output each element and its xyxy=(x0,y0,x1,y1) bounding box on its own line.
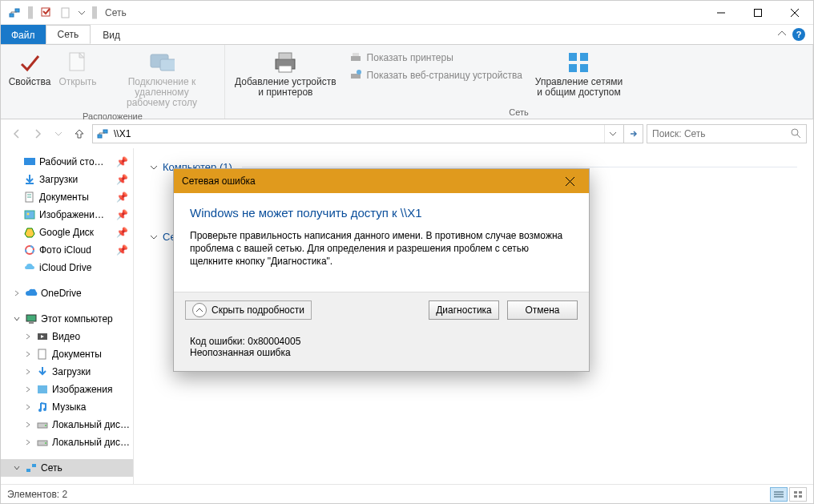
ribbon-open-button: Открыть xyxy=(54,46,102,87)
chevron-right-icon[interactable] xyxy=(23,437,33,447)
address-bar[interactable] xyxy=(92,124,643,143)
chevron-right-icon[interactable] xyxy=(23,332,33,341)
tree-network[interactable]: Сеть xyxy=(1,459,133,477)
minimize-button[interactable] xyxy=(703,1,739,25)
tree-localdisk2[interactable]: Локальный дис… xyxy=(1,433,133,451)
dialog-heading: Windows не может получить доступ к \\X1 xyxy=(190,206,573,220)
svg-rect-21 xyxy=(580,64,588,72)
tree-downloads2[interactable]: Загрузки xyxy=(1,363,133,381)
close-button[interactable] xyxy=(776,1,813,25)
svg-rect-40 xyxy=(38,349,46,359)
nav-history-button[interactable] xyxy=(49,124,68,143)
disk-icon xyxy=(36,436,49,449)
nav-up-button[interactable] xyxy=(70,124,89,143)
titlebar: Сеть xyxy=(1,1,813,25)
tree-onedrive[interactable]: OneDrive xyxy=(1,284,133,302)
svg-rect-22 xyxy=(98,135,102,138)
chevron-right-icon[interactable] xyxy=(12,288,22,298)
ribbon-manage-networks-button[interactable]: Управление сетями и общим доступом xyxy=(530,46,627,98)
tree-documents[interactable]: Документы📌 xyxy=(1,188,133,206)
tree-icloud-drive[interactable]: iCloud Drive xyxy=(1,259,133,276)
tree-gdrive[interactable]: Google Диск📌 xyxy=(1,224,133,241)
chevron-right-icon[interactable] xyxy=(23,402,33,412)
videos-icon xyxy=(36,330,49,343)
nav-back-button[interactable] xyxy=(7,124,26,143)
tree-pictures2[interactable]: Изображения xyxy=(1,381,133,398)
dialog-diagnose-button[interactable]: Диагностика xyxy=(429,300,499,320)
chevron-down-icon[interactable] xyxy=(150,233,158,241)
onedrive-icon xyxy=(25,287,38,300)
ribbon-show-webpage-button: Показать веб-страницу устройства xyxy=(348,67,524,83)
search-input[interactable] xyxy=(651,127,790,140)
tab-file[interactable]: Файл xyxy=(1,25,46,44)
network-share-icon xyxy=(566,50,591,75)
tree-documents2[interactable]: Документы xyxy=(1,345,133,363)
tree-videos[interactable]: Видео xyxy=(1,328,133,345)
help-icon[interactable]: ? xyxy=(792,28,805,41)
dialog-details-panel: Код ошибки: 0x80004005 Неопознанная ошиб… xyxy=(174,328,589,371)
qat-properties-icon[interactable] xyxy=(38,4,55,22)
svg-rect-18 xyxy=(569,53,577,61)
address-input[interactable] xyxy=(112,126,601,142)
nav-forward-button[interactable] xyxy=(28,124,47,143)
tree-desktop[interactable]: Рабочий сто…📌 xyxy=(1,153,133,171)
qat-dropdown-icon[interactable] xyxy=(76,4,87,22)
qat-network-icon[interactable] xyxy=(6,4,23,22)
icloud-drive-icon xyxy=(23,261,36,274)
tree-localdisk1[interactable]: Локальный дис… xyxy=(1,416,133,433)
dialog-cancel-button[interactable]: Отмена xyxy=(507,300,578,320)
search-icon[interactable] xyxy=(790,127,803,140)
svg-point-26 xyxy=(792,129,798,135)
pin-icon: 📌 xyxy=(116,227,128,238)
view-icons-button[interactable] xyxy=(789,487,807,502)
tree-icloud-photo[interactable]: Фото iCloud📌 xyxy=(1,241,133,259)
chevron-down-icon[interactable] xyxy=(150,163,158,171)
svg-rect-54 xyxy=(799,491,802,494)
chevron-down-icon[interactable] xyxy=(12,314,22,324)
chevron-right-icon[interactable] xyxy=(23,349,33,359)
dialog-close-button[interactable] xyxy=(558,170,581,192)
status-item-count: Элементов: 2 xyxy=(7,489,67,500)
status-bar: Элементов: 2 xyxy=(1,484,813,503)
tree-this-pc[interactable]: Этот компьютер xyxy=(1,310,133,328)
maximize-button[interactable] xyxy=(739,1,776,25)
checkmark-icon xyxy=(17,50,42,75)
dialog-toggle-details-button[interactable]: Скрыть подробности xyxy=(185,300,312,320)
icloud-photo-icon xyxy=(23,244,36,256)
tab-network[interactable]: Сеть xyxy=(46,25,91,44)
tab-view[interactable]: Вид xyxy=(91,25,132,44)
chevron-right-icon[interactable] xyxy=(23,420,33,429)
ribbon-properties-button[interactable]: Свойства xyxy=(6,46,54,87)
svg-point-47 xyxy=(45,442,46,444)
svg-rect-0 xyxy=(10,14,14,17)
ribbon-add-devices-button[interactable]: Добавление устройств и принтеров xyxy=(230,46,341,98)
address-network-icon xyxy=(96,127,109,140)
chevron-down-icon[interactable] xyxy=(12,463,22,473)
dialog-error-text: Неопознанная ошибка xyxy=(190,347,573,358)
address-dropdown-button[interactable] xyxy=(604,125,620,143)
svg-rect-23 xyxy=(103,130,107,133)
chevron-right-icon[interactable] xyxy=(23,385,33,394)
tree-pictures[interactable]: Изображени…📌 xyxy=(1,206,133,224)
svg-rect-15 xyxy=(353,53,359,56)
chevron-right-icon[interactable] xyxy=(23,367,33,377)
pin-icon: 📌 xyxy=(116,209,128,220)
tree-music[interactable]: Музыка xyxy=(1,398,133,416)
ribbon-tabs: Файл Сеть Вид ? xyxy=(1,25,813,44)
address-go-button[interactable] xyxy=(623,125,643,143)
view-details-button[interactable] xyxy=(770,487,788,502)
svg-rect-28 xyxy=(24,158,35,165)
dialog-titlebar[interactable]: Сетевая ошибка xyxy=(174,169,589,193)
pictures-icon xyxy=(36,383,49,396)
documents-icon xyxy=(23,191,36,204)
downloads-icon xyxy=(23,173,36,186)
tree-downloads[interactable]: Загрузки📌 xyxy=(1,171,133,188)
ribbon-collapse-icon[interactable] xyxy=(778,30,786,38)
svg-rect-20 xyxy=(569,64,577,72)
gdrive-icon xyxy=(23,226,36,239)
search-box[interactable] xyxy=(647,124,807,143)
svg-point-45 xyxy=(45,425,46,426)
svg-rect-49 xyxy=(32,464,36,467)
qat-blank-icon[interactable] xyxy=(57,4,75,22)
svg-rect-13 xyxy=(279,66,292,72)
